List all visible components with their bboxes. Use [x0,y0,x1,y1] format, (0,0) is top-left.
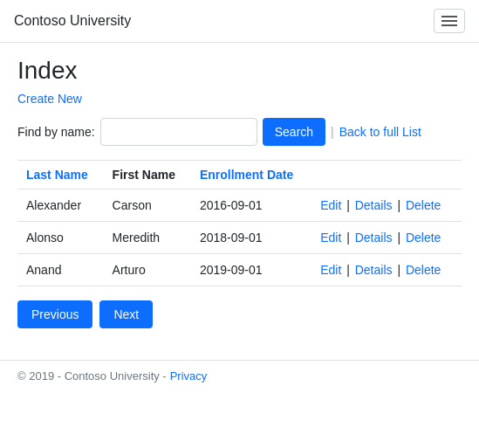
create-new-link[interactable]: Create New [17,92,82,106]
pipe-separator: | [331,125,334,139]
search-button[interactable]: Search [263,118,325,146]
table-header-row: Last Name First Name Enrollment Date [17,161,462,190]
action-separator: | [394,198,404,212]
col-header-last-name[interactable]: Last Name [17,161,104,190]
action-edit-link[interactable]: Edit [320,231,341,245]
pagination-bar: Previous Next [17,300,462,328]
cell-enrollment-date: 2016-09-01 [191,190,311,222]
action-separator: | [343,231,352,245]
table-row: AlexanderCarson2016-09-01Edit | Details … [17,190,462,222]
navbar: Contoso University [0,0,479,43]
cell-last-name: Alonso [17,222,104,254]
cell-first-name: Carson [104,190,191,222]
col-header-enrollment-date[interactable]: Enrollment Date [191,161,311,190]
search-bar: Find by name: Search | Back to full List [17,118,462,146]
action-edit-link[interactable]: Edit [320,198,341,212]
col-header-first-name: First Name [104,161,191,190]
footer: © 2019 - Contoso University - Privacy [0,360,479,391]
table-row: AlonsoMeredith2018-09-01Edit | Details |… [17,222,462,254]
cell-last-name: Anand [17,254,104,286]
action-separator: | [343,198,352,212]
navbar-toggler-button[interactable] [434,9,465,33]
navbar-brand: Contoso University [14,13,131,29]
search-input[interactable] [100,118,257,146]
cell-actions: Edit | Details | Delete [311,222,462,254]
action-details-link[interactable]: Details [355,231,393,245]
next-button[interactable]: Next [99,300,153,328]
cell-actions: Edit | Details | Delete [311,254,462,286]
cell-last-name: Alexander [17,190,104,222]
cell-enrollment-date: 2018-09-01 [191,222,311,254]
action-details-link[interactable]: Details [355,198,393,212]
action-separator: | [394,231,404,245]
cell-actions: Edit | Details | Delete [311,190,462,222]
action-details-link[interactable]: Details [355,263,393,277]
cell-first-name: Arturo [104,254,191,286]
toggler-bar [441,20,457,22]
cell-enrollment-date: 2019-09-01 [191,254,311,286]
student-table: Last Name First Name Enrollment Date Ale… [17,160,462,286]
action-delete-link[interactable]: Delete [406,263,441,277]
action-edit-link[interactable]: Edit [320,263,341,277]
action-delete-link[interactable]: Delete [406,198,441,212]
table-row: AnandArturo2019-09-01Edit | Details | De… [17,254,462,286]
col-header-actions [311,161,462,190]
footer-copyright: © 2019 - Contoso University - [17,369,167,383]
toggler-bar [441,24,457,26]
toggler-bar [441,16,457,17]
footer-privacy-link[interactable]: Privacy [170,369,208,383]
cell-first-name: Meredith [104,222,191,254]
back-to-full-list-link[interactable]: Back to full List [339,125,421,139]
action-delete-link[interactable]: Delete [406,231,441,245]
previous-button[interactable]: Previous [17,300,92,328]
action-separator: | [343,263,352,277]
main-content: Index Create New Find by name: Search | … [0,43,479,360]
search-label: Find by name: [17,125,95,139]
page-title: Index [17,57,462,85]
action-separator: | [394,263,404,277]
